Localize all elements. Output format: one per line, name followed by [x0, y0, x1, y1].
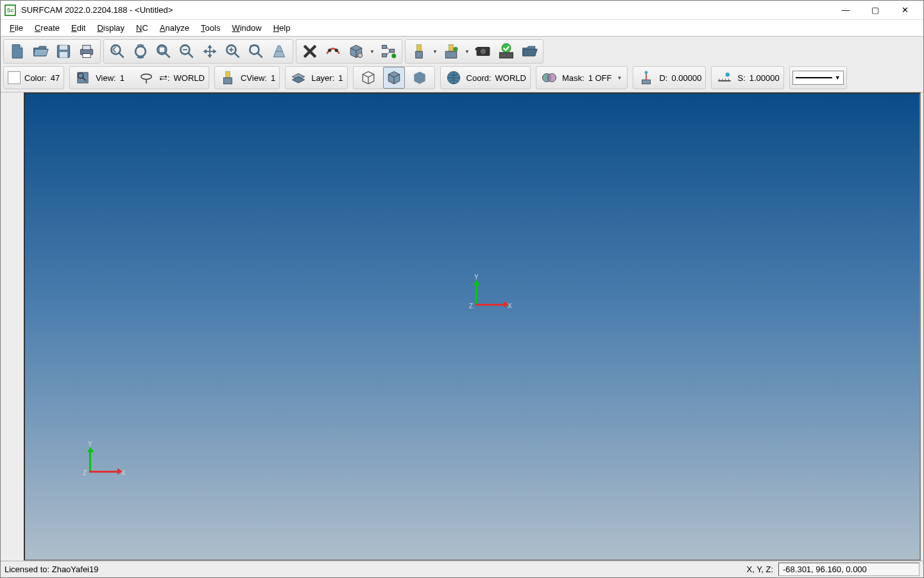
- video-simulation-button[interactable]: [472, 40, 494, 62]
- color-panel[interactable]: Color: 47: [3, 66, 64, 89]
- svg-point-6: [111, 45, 120, 54]
- svg-rect-38: [500, 53, 513, 58]
- svg-point-57: [726, 73, 730, 77]
- mask-dropdown[interactable]: ▼: [615, 67, 623, 89]
- redraw-button[interactable]: [268, 40, 290, 62]
- scale-value: 1.00000: [749, 73, 780, 83]
- layer-panel[interactable]: Layer: 1: [285, 66, 347, 89]
- svg-point-29: [391, 54, 396, 58]
- zoom-dynamic-button[interactable]: [130, 40, 151, 62]
- linetype-selector[interactable]: ▼: [792, 71, 844, 85]
- svg-rect-5: [83, 54, 90, 58]
- cview-label: CView:: [241, 73, 267, 83]
- titlebar: Sc SURFCAM 2022.0.2204.188 - <Untitled> …: [1, 1, 923, 20]
- tool-setup-button[interactable]: [408, 40, 430, 62]
- svg-point-34: [454, 47, 458, 51]
- coord-label: Coord:: [466, 73, 492, 83]
- operations-tree-button[interactable]: [377, 40, 399, 62]
- svg-line-16: [235, 53, 239, 58]
- app-window: Sc SURFCAM 2022.0.2204.188 - <Untitled> …: [0, 0, 924, 578]
- machine-setup-dropdown[interactable]: ▼: [463, 40, 471, 62]
- coord-panel[interactable]: Coord: WORLD: [440, 66, 531, 89]
- svg-point-43: [141, 74, 151, 79]
- 3d-viewport[interactable]: Y X Z Y X Z: [24, 92, 921, 561]
- box-settings-button[interactable]: [345, 40, 367, 62]
- new-file-button[interactable]: [6, 40, 28, 62]
- verify-button[interactable]: [495, 40, 517, 62]
- svg-point-39: [502, 44, 511, 53]
- layer-icon: [289, 69, 307, 87]
- shaded-edges-mode-button[interactable]: [383, 67, 405, 89]
- left-gutter: [1, 92, 24, 561]
- scale-label: S:: [737, 73, 745, 83]
- machine-setup-button[interactable]: [440, 40, 462, 62]
- svg-point-8: [135, 46, 146, 57]
- zoom-in-button[interactable]: [222, 40, 244, 62]
- menu-window[interactable]: Window: [227, 21, 266, 35]
- view-label: View:: [96, 73, 116, 83]
- cview-value: 1: [271, 73, 275, 83]
- toolbar-area: ▼ ▼ ▼ Color: 47 View:: [1, 36, 923, 92]
- solid-line-icon: [796, 77, 832, 78]
- maximize-button[interactable]: ▢: [860, 1, 890, 19]
- cursor-coord-label: X, Y, Z:: [742, 565, 778, 574]
- mask-value: 1 OFF: [588, 73, 612, 83]
- svg-rect-28: [390, 49, 395, 53]
- open-file-button[interactable]: [30, 40, 51, 62]
- layer-label: Layer:: [311, 73, 334, 83]
- property-toolbar: Color: 47 View: 1 ⮂: WORLD CView: 1 Laye…: [3, 65, 921, 91]
- box-settings-dropdown[interactable]: ▼: [368, 40, 376, 62]
- svg-point-19: [250, 45, 259, 54]
- orientation-glyph: ⮂:: [159, 73, 170, 83]
- svg-rect-45: [223, 78, 232, 84]
- pan-button[interactable]: [199, 40, 221, 62]
- svg-rect-27: [382, 54, 386, 57]
- menu-display[interactable]: Display: [92, 21, 130, 35]
- tool-setup-dropdown[interactable]: ▼: [431, 40, 439, 62]
- minimize-button[interactable]: —: [831, 1, 860, 19]
- depth-panel[interactable]: D: 0.00000: [633, 66, 706, 89]
- coord-value: WORLD: [495, 73, 526, 83]
- depth-value: 0.00000: [671, 73, 701, 83]
- scale-icon: [715, 69, 733, 87]
- zoom-fit-button[interactable]: [245, 40, 267, 62]
- svg-rect-44: [226, 71, 230, 78]
- svg-point-51: [645, 71, 648, 74]
- svg-line-20: [258, 53, 262, 58]
- zoom-out-button[interactable]: [176, 40, 198, 62]
- menu-analyze[interactable]: Analyze: [155, 21, 194, 35]
- delete-button[interactable]: [299, 40, 321, 62]
- menu-create[interactable]: Create: [30, 21, 65, 35]
- menu-help[interactable]: Help: [268, 21, 296, 35]
- print-button[interactable]: [76, 40, 98, 62]
- color-label: Color:: [24, 73, 47, 83]
- mask-panel[interactable]: Mask: 1 OFF ▼: [536, 66, 628, 89]
- workarea: Y X Z Y X Z: [1, 92, 923, 561]
- zoom-previous-button[interactable]: [107, 40, 128, 62]
- post-process-button[interactable]: [518, 40, 540, 62]
- svg-rect-31: [416, 51, 423, 58]
- color-swatch-icon: [8, 71, 21, 84]
- view-value: 1: [120, 73, 124, 83]
- cview-panel[interactable]: CView: 1: [214, 66, 280, 89]
- close-button[interactable]: ✕: [890, 1, 920, 19]
- shaded-mode-button[interactable]: [409, 67, 431, 89]
- trim-curve-button[interactable]: [322, 40, 344, 62]
- orientation-icon: [137, 69, 155, 87]
- orientation-value: WORLD: [174, 73, 205, 83]
- menu-nc[interactable]: NC: [131, 21, 153, 35]
- view-panel[interactable]: View: 1 ⮂: WORLD: [69, 66, 209, 89]
- menu-edit[interactable]: Edit: [66, 21, 90, 35]
- scale-panel[interactable]: S: 1.00000: [711, 66, 783, 89]
- menu-tools[interactable]: Tools: [196, 21, 225, 35]
- wireframe-mode-button[interactable]: [357, 67, 379, 89]
- svg-point-23: [328, 49, 331, 52]
- svg-point-36: [481, 49, 486, 55]
- main-toolbar: ▼ ▼ ▼: [3, 38, 921, 65]
- save-button[interactable]: [53, 40, 74, 62]
- depth-label: D:: [659, 73, 667, 83]
- menu-file[interactable]: File: [4, 21, 28, 35]
- linetype-panel[interactable]: ▼: [789, 66, 847, 89]
- zoom-window-button[interactable]: [153, 40, 175, 62]
- svg-rect-4: [83, 45, 90, 49]
